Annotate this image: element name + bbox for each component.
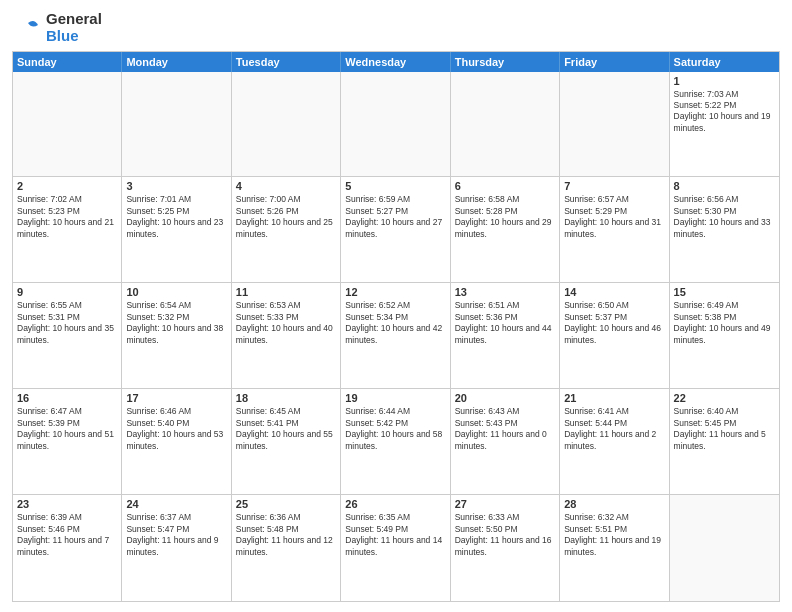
day-info: Sunrise: 6:36 AM Sunset: 5:48 PM Dayligh… <box>236 512 336 558</box>
calendar-cell: 11Sunrise: 6:53 AM Sunset: 5:33 PM Dayli… <box>232 283 341 388</box>
day-number: 1 <box>674 75 775 87</box>
calendar-week-3: 9Sunrise: 6:55 AM Sunset: 5:31 PM Daylig… <box>13 283 779 389</box>
day-info: Sunrise: 6:51 AM Sunset: 5:36 PM Dayligh… <box>455 300 555 346</box>
calendar-cell <box>122 72 231 177</box>
page: General Blue SundayMondayTuesdayWednesda… <box>0 0 792 612</box>
day-number: 7 <box>564 180 664 192</box>
logo-general-text: General <box>46 10 102 27</box>
day-info: Sunrise: 6:44 AM Sunset: 5:42 PM Dayligh… <box>345 406 445 452</box>
calendar-cell: 13Sunrise: 6:51 AM Sunset: 5:36 PM Dayli… <box>451 283 560 388</box>
calendar-body: 1Sunrise: 7:03 AM Sunset: 5:22 PM Daylig… <box>13 72 779 602</box>
day-number: 14 <box>564 286 664 298</box>
logo-blue-text: Blue <box>46 27 102 44</box>
calendar-cell: 21Sunrise: 6:41 AM Sunset: 5:44 PM Dayli… <box>560 389 669 494</box>
calendar-header-thursday: Thursday <box>451 52 560 72</box>
calendar-cell: 12Sunrise: 6:52 AM Sunset: 5:34 PM Dayli… <box>341 283 450 388</box>
day-info: Sunrise: 6:33 AM Sunset: 5:50 PM Dayligh… <box>455 512 555 558</box>
day-number: 26 <box>345 498 445 510</box>
day-info: Sunrise: 6:47 AM Sunset: 5:39 PM Dayligh… <box>17 406 117 452</box>
calendar-cell: 20Sunrise: 6:43 AM Sunset: 5:43 PM Dayli… <box>451 389 560 494</box>
day-info: Sunrise: 6:56 AM Sunset: 5:30 PM Dayligh… <box>674 194 775 240</box>
day-number: 10 <box>126 286 226 298</box>
day-info: Sunrise: 7:03 AM Sunset: 5:22 PM Dayligh… <box>674 89 775 135</box>
calendar-cell <box>451 72 560 177</box>
day-number: 12 <box>345 286 445 298</box>
calendar-cell: 25Sunrise: 6:36 AM Sunset: 5:48 PM Dayli… <box>232 495 341 601</box>
calendar-cell: 23Sunrise: 6:39 AM Sunset: 5:46 PM Dayli… <box>13 495 122 601</box>
day-number: 9 <box>17 286 117 298</box>
calendar-header: SundayMondayTuesdayWednesdayThursdayFrid… <box>13 52 779 72</box>
day-number: 25 <box>236 498 336 510</box>
calendar-cell <box>560 72 669 177</box>
logo: General Blue <box>12 10 102 45</box>
calendar-header-tuesday: Tuesday <box>232 52 341 72</box>
calendar-week-2: 2Sunrise: 7:02 AM Sunset: 5:23 PM Daylig… <box>13 177 779 283</box>
calendar-cell: 2Sunrise: 7:02 AM Sunset: 5:23 PM Daylig… <box>13 177 122 282</box>
calendar-cell: 27Sunrise: 6:33 AM Sunset: 5:50 PM Dayli… <box>451 495 560 601</box>
day-number: 5 <box>345 180 445 192</box>
day-info: Sunrise: 6:59 AM Sunset: 5:27 PM Dayligh… <box>345 194 445 240</box>
calendar-week-5: 23Sunrise: 6:39 AM Sunset: 5:46 PM Dayli… <box>13 495 779 601</box>
calendar-cell: 6Sunrise: 6:58 AM Sunset: 5:28 PM Daylig… <box>451 177 560 282</box>
calendar-cell: 19Sunrise: 6:44 AM Sunset: 5:42 PM Dayli… <box>341 389 450 494</box>
day-info: Sunrise: 6:35 AM Sunset: 5:49 PM Dayligh… <box>345 512 445 558</box>
calendar-header-monday: Monday <box>122 52 231 72</box>
day-info: Sunrise: 6:52 AM Sunset: 5:34 PM Dayligh… <box>345 300 445 346</box>
calendar-week-1: 1Sunrise: 7:03 AM Sunset: 5:22 PM Daylig… <box>13 72 779 178</box>
calendar-cell: 14Sunrise: 6:50 AM Sunset: 5:37 PM Dayli… <box>560 283 669 388</box>
day-info: Sunrise: 7:01 AM Sunset: 5:25 PM Dayligh… <box>126 194 226 240</box>
calendar-cell: 22Sunrise: 6:40 AM Sunset: 5:45 PM Dayli… <box>670 389 779 494</box>
logo-bird-icon <box>12 13 40 41</box>
calendar-header-wednesday: Wednesday <box>341 52 450 72</box>
calendar-cell: 4Sunrise: 7:00 AM Sunset: 5:26 PM Daylig… <box>232 177 341 282</box>
day-number: 23 <box>17 498 117 510</box>
day-number: 13 <box>455 286 555 298</box>
day-info: Sunrise: 6:55 AM Sunset: 5:31 PM Dayligh… <box>17 300 117 346</box>
day-number: 6 <box>455 180 555 192</box>
calendar-cell: 16Sunrise: 6:47 AM Sunset: 5:39 PM Dayli… <box>13 389 122 494</box>
calendar-cell: 15Sunrise: 6:49 AM Sunset: 5:38 PM Dayli… <box>670 283 779 388</box>
day-info: Sunrise: 6:37 AM Sunset: 5:47 PM Dayligh… <box>126 512 226 558</box>
calendar: SundayMondayTuesdayWednesdayThursdayFrid… <box>12 51 780 603</box>
day-info: Sunrise: 6:41 AM Sunset: 5:44 PM Dayligh… <box>564 406 664 452</box>
calendar-cell: 26Sunrise: 6:35 AM Sunset: 5:49 PM Dayli… <box>341 495 450 601</box>
calendar-cell <box>13 72 122 177</box>
calendar-cell: 28Sunrise: 6:32 AM Sunset: 5:51 PM Dayli… <box>560 495 669 601</box>
day-number: 8 <box>674 180 775 192</box>
day-info: Sunrise: 7:00 AM Sunset: 5:26 PM Dayligh… <box>236 194 336 240</box>
calendar-cell: 8Sunrise: 6:56 AM Sunset: 5:30 PM Daylig… <box>670 177 779 282</box>
day-info: Sunrise: 6:32 AM Sunset: 5:51 PM Dayligh… <box>564 512 664 558</box>
day-info: Sunrise: 6:45 AM Sunset: 5:41 PM Dayligh… <box>236 406 336 452</box>
day-info: Sunrise: 6:49 AM Sunset: 5:38 PM Dayligh… <box>674 300 775 346</box>
calendar-cell: 10Sunrise: 6:54 AM Sunset: 5:32 PM Dayli… <box>122 283 231 388</box>
calendar-cell: 24Sunrise: 6:37 AM Sunset: 5:47 PM Dayli… <box>122 495 231 601</box>
calendar-cell <box>232 72 341 177</box>
day-number: 22 <box>674 392 775 404</box>
day-number: 15 <box>674 286 775 298</box>
day-number: 3 <box>126 180 226 192</box>
day-number: 16 <box>17 392 117 404</box>
calendar-header-saturday: Saturday <box>670 52 779 72</box>
calendar-cell: 1Sunrise: 7:03 AM Sunset: 5:22 PM Daylig… <box>670 72 779 177</box>
calendar-cell: 5Sunrise: 6:59 AM Sunset: 5:27 PM Daylig… <box>341 177 450 282</box>
calendar-cell <box>670 495 779 601</box>
day-number: 20 <box>455 392 555 404</box>
day-number: 27 <box>455 498 555 510</box>
calendar-cell: 7Sunrise: 6:57 AM Sunset: 5:29 PM Daylig… <box>560 177 669 282</box>
day-number: 24 <box>126 498 226 510</box>
day-info: Sunrise: 6:50 AM Sunset: 5:37 PM Dayligh… <box>564 300 664 346</box>
day-info: Sunrise: 6:57 AM Sunset: 5:29 PM Dayligh… <box>564 194 664 240</box>
calendar-cell: 9Sunrise: 6:55 AM Sunset: 5:31 PM Daylig… <box>13 283 122 388</box>
day-info: Sunrise: 6:39 AM Sunset: 5:46 PM Dayligh… <box>17 512 117 558</box>
day-info: Sunrise: 6:53 AM Sunset: 5:33 PM Dayligh… <box>236 300 336 346</box>
day-info: Sunrise: 7:02 AM Sunset: 5:23 PM Dayligh… <box>17 194 117 240</box>
calendar-header-friday: Friday <box>560 52 669 72</box>
calendar-cell <box>341 72 450 177</box>
day-info: Sunrise: 6:58 AM Sunset: 5:28 PM Dayligh… <box>455 194 555 240</box>
day-info: Sunrise: 6:46 AM Sunset: 5:40 PM Dayligh… <box>126 406 226 452</box>
day-info: Sunrise: 6:54 AM Sunset: 5:32 PM Dayligh… <box>126 300 226 346</box>
day-info: Sunrise: 6:43 AM Sunset: 5:43 PM Dayligh… <box>455 406 555 452</box>
day-number: 19 <box>345 392 445 404</box>
calendar-cell: 3Sunrise: 7:01 AM Sunset: 5:25 PM Daylig… <box>122 177 231 282</box>
header: General Blue <box>12 10 780 45</box>
